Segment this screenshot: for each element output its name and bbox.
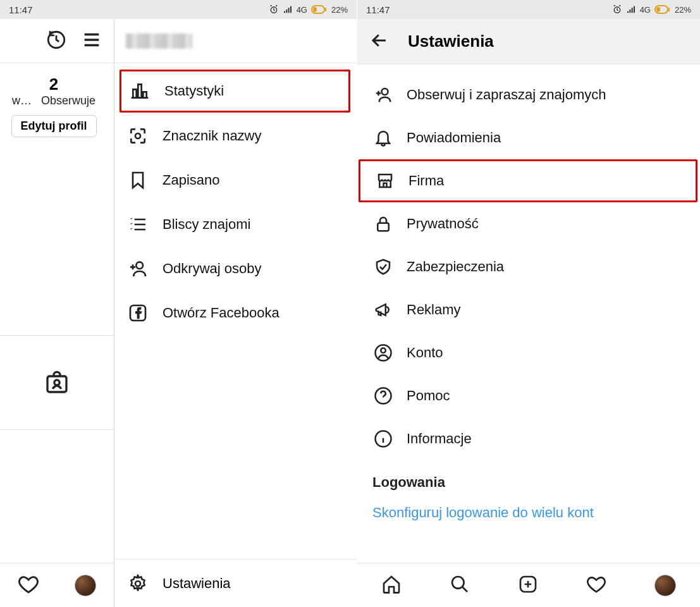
settings-item-privacy[interactable]: Prywatność [357,202,700,245]
status-time: 11:47 [366,4,390,15]
menu-label: Zapisano [163,172,220,188]
settings-item-account[interactable]: Konto [357,331,700,374]
settings-label: Powiadomienia [407,130,501,146]
archive-icon[interactable] [46,29,67,53]
menu-label: Statystyki [164,83,224,99]
megaphone-icon [372,299,394,321]
facebook-icon [127,302,149,324]
settings-label: Zabezpieczenia [407,259,504,275]
svg-rect-16 [378,223,389,231]
lock-icon [372,213,394,235]
menu-item-nametag[interactable]: Znacznik nazwy [114,114,357,158]
settings-label: Konto [407,345,443,361]
network-label: 4G [297,5,307,15]
side-menu-header [114,19,357,63]
settings-label: Ustawienia [163,575,231,592]
settings-item-business[interactable]: Firma [359,159,697,202]
signal-icon [626,4,636,15]
status-indicators: 4G 22% [269,4,348,15]
home-icon[interactable] [381,574,402,597]
help-icon [372,385,394,407]
svg-point-7 [135,133,140,138]
status-indicators: 4G 22% [612,4,691,15]
add-post-icon[interactable] [518,574,538,597]
settings-label: Informacje [407,431,472,447]
settings-header: Ustawienia [357,19,700,64]
menu-label: Odkrywaj osoby [163,261,262,277]
page-title: Ustawienia [408,32,494,51]
close-friends-icon [127,214,149,235]
gear-icon [127,573,149,594]
alarm-icon [269,4,279,15]
status-bar: 11:47 4G 22% [357,0,700,19]
settings-label: Pomoc [407,388,450,404]
search-icon[interactable] [450,574,470,597]
activity-icon[interactable] [18,573,39,598]
bookmark-icon [127,169,149,191]
menu-item-saved[interactable]: Zapisano [114,158,357,202]
info-icon [372,428,394,450]
svg-rect-3 [325,8,326,11]
statistics-icon [129,80,150,102]
bottom-nav-partial [0,563,114,607]
settings-item-ads[interactable]: Reklamy [357,288,700,331]
stat-label-truncated: wuj… [12,94,37,107]
logins-section-header: Logowania [357,460,700,497]
battery-icon [654,5,671,14]
menu-item-statistics[interactable]: Statystyki [120,70,350,113]
followers-count[interactable]: 2 [0,75,107,94]
bell-icon [372,127,394,149]
add-person-icon [372,84,394,106]
svg-point-18 [381,348,386,353]
settings-item-help[interactable]: Pomoc [357,374,700,417]
activity-icon[interactable] [586,574,606,597]
settings-label: Obserwuj i zapraszaj znajomych [407,87,606,103]
menu-item-discover-people[interactable]: Odkrywaj osoby [114,247,357,291]
profile-toolbar [0,19,114,63]
shield-icon [372,256,394,278]
menu-label: Bliscy znajomi [163,216,250,233]
back-arrow-icon[interactable] [370,31,389,52]
settings-item-follow-invite[interactable]: Obserwuj i zapraszaj znajomych [357,73,700,116]
phone-screenshot-left: 11:47 4G 22% 2 wuj… Obserwuje Edytuj pro… [0,0,357,607]
status-bar: 11:47 4G 22% [0,0,357,19]
battery-pct: 22% [675,5,691,15]
status-time: 11:47 [9,4,33,15]
account-icon [372,342,394,364]
tagged-posts-placeholder[interactable] [0,335,114,430]
svg-rect-2 [313,7,317,12]
side-menu-list: Statystyki Znacznik nazwy Zapisano Blisc… [114,63,357,340]
svg-rect-14 [668,8,670,11]
phone-screenshot-right: 11:47 4G 22% Ustawienia Obserwuj i zapra… [357,0,700,607]
settings-item-about[interactable]: Informacje [357,417,700,460]
profile-avatar-icon[interactable] [654,575,676,596]
hamburger-menu-icon[interactable] [81,29,102,53]
svg-point-21 [452,577,464,589]
settings-item-notifications[interactable]: Powiadomienia [357,116,700,159]
tagged-photo-icon [44,370,70,395]
menu-item-close-friends[interactable]: Bliscy znajomi [114,202,357,247]
profile-background: 2 wuj… Obserwuje Edytuj profil [0,19,114,563]
settings-item-security[interactable]: Zabezpieczenia [357,245,700,288]
settings-label: Firma [408,173,444,189]
battery-pct: 22% [331,5,348,15]
svg-point-10 [135,581,140,586]
edit-profile-button[interactable]: Edytuj profil [11,115,97,137]
svg-point-6 [54,380,59,385]
profile-avatar-icon[interactable] [75,575,96,596]
alarm-icon [612,4,622,15]
settings-label: Reklamy [407,302,461,318]
signal-icon [283,4,293,15]
settings-label: Prywatność [407,216,479,232]
side-menu-panel: Statystyki Znacznik nazwy Zapisano Blisc… [114,19,357,607]
svg-rect-13 [656,7,660,12]
configure-multi-login-link[interactable]: Skonfiguruj logowanie do wielu kont [357,497,700,534]
side-menu-settings[interactable]: Ustawienia [114,559,357,607]
menu-label: Otwórz Facebooka [163,305,279,321]
svg-point-15 [382,89,388,95]
username-blurred [126,34,192,49]
add-person-icon [127,258,149,279]
svg-point-8 [136,262,143,269]
network-label: 4G [640,5,651,15]
menu-item-open-facebook[interactable]: Otwórz Facebooka [114,291,357,335]
